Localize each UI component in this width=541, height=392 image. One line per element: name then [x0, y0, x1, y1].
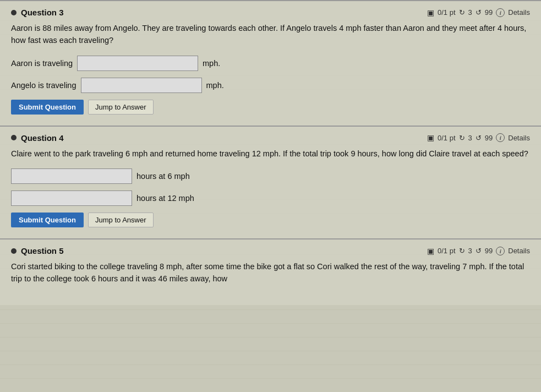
question-3-dot	[11, 10, 17, 15]
question-5-title: Question 5	[11, 246, 64, 255]
question-4-buttons: Submit Question Jump to Answer	[11, 213, 530, 227]
question-4-submit-button[interactable]: Submit Question	[11, 213, 84, 227]
question-3-angelo-row: Angelo is traveling mph.	[11, 78, 530, 93]
question-4-dot	[11, 135, 17, 140]
question-5-meta: ▣ 0/1 pt ↻ 3 ↺ 99 i Details	[427, 247, 530, 255]
q4-retries: 3	[468, 134, 472, 142]
question-3-aaron-row: Aaron is traveling mph.	[11, 56, 530, 71]
q3-retry-icon: ↻	[459, 8, 465, 17]
question-4-meta: ▣ 0/1 pt ↻ 3 ↺ 99 i Details	[427, 133, 530, 142]
question-3-angelo-label: Angelo is traveling	[11, 81, 76, 90]
question-5-header: Question 5 ▣ 0/1 pt ↻ 3 ↺ 99 i Details	[11, 246, 530, 255]
q3-checkbox-icon: ▣	[427, 8, 434, 17]
q4-retry-icon: ↻	[459, 134, 465, 142]
question-4-header: Question 4 ▣ 0/1 pt ↻ 3 ↺ 99 i Details	[11, 133, 530, 143]
question-3-text: Aaron is 88 miles away from Angelo. They…	[11, 23, 530, 47]
q4-attempts: 99	[485, 134, 493, 142]
question-3-meta: ▣ 0/1 pt ↻ 3 ↺ 99 i Details	[427, 8, 530, 17]
question-5-dot	[11, 248, 17, 254]
question-4-jump-button[interactable]: Jump to Answer	[88, 213, 154, 227]
question-3-angelo-input[interactable]	[81, 78, 202, 93]
question-4-block: Question 4 ▣ 0/1 pt ↻ 3 ↺ 99 i Details C…	[0, 126, 541, 239]
question-3-aaron-unit: mph.	[203, 59, 220, 68]
q4-details[interactable]: Details	[508, 134, 530, 142]
question-4-6mph-input[interactable]	[11, 168, 132, 184]
question-4-12mph-label: hours at 12 mph	[136, 194, 194, 203]
q3-info-icon[interactable]: i	[496, 8, 505, 17]
q4-info-icon[interactable]: i	[496, 133, 505, 142]
q4-attempts-icon: ↺	[476, 134, 482, 142]
q5-retry-icon: ↻	[459, 247, 465, 255]
question-5-block: Question 5 ▣ 0/1 pt ↻ 3 ↺ 99 i Details C…	[0, 238, 541, 305]
q5-checkbox-icon: ▣	[427, 247, 434, 255]
question-3-angelo-unit: mph.	[206, 81, 224, 90]
q5-details[interactable]: Details	[508, 247, 530, 255]
q3-attempts: 99	[485, 8, 493, 17]
question-3-block: Question 3 ▣ 0/1 pt ↻ 3 ↺ 99 i Details A…	[0, 0, 541, 126]
question-4-input2-row: hours at 12 mph	[11, 190, 530, 206]
question-3-header: Question 3 ▣ 0/1 pt ↻ 3 ↺ 99 i Details	[11, 8, 530, 17]
question-4-6mph-label: hours at 6 mph	[136, 172, 190, 181]
question-3-aaron-label: Aaron is traveling	[11, 59, 73, 68]
q5-score: 0/1 pt	[438, 247, 456, 255]
q5-attempts: 99	[485, 247, 493, 255]
q3-details[interactable]: Details	[508, 8, 530, 17]
question-4-input1-row: hours at 6 mph	[11, 168, 530, 184]
question-4-12mph-input[interactable]	[11, 190, 132, 206]
question-4-title: Question 4	[11, 133, 64, 143]
q3-retries: 3	[468, 8, 472, 17]
questions-container: Question 3 ▣ 0/1 pt ↻ 3 ↺ 99 i Details A…	[0, 0, 541, 305]
question-4-number: Question 4	[21, 133, 64, 143]
question-3-buttons: Submit Question Jump to Answer	[11, 100, 530, 115]
q5-retries: 3	[468, 247, 472, 255]
question-4-text: Claire went to the park traveling 6 mph …	[11, 148, 530, 160]
question-3-title: Question 3	[11, 8, 64, 17]
q4-score: 0/1 pt	[438, 134, 456, 142]
q3-attempts-icon: ↺	[476, 8, 482, 17]
question-3-number: Question 3	[21, 8, 64, 17]
q5-attempts-icon: ↺	[476, 247, 482, 255]
question-5-text: Cori started biking to the college trave…	[11, 261, 530, 285]
question-3-submit-button[interactable]: Submit Question	[11, 100, 84, 115]
question-5-number: Question 5	[21, 246, 64, 255]
q4-checkbox-icon: ▣	[427, 133, 434, 142]
question-3-aaron-input[interactable]	[77, 56, 198, 71]
q3-score: 0/1 pt	[438, 8, 456, 17]
question-3-jump-button[interactable]: Jump to Answer	[88, 100, 154, 115]
q5-info-icon[interactable]: i	[496, 247, 505, 255]
